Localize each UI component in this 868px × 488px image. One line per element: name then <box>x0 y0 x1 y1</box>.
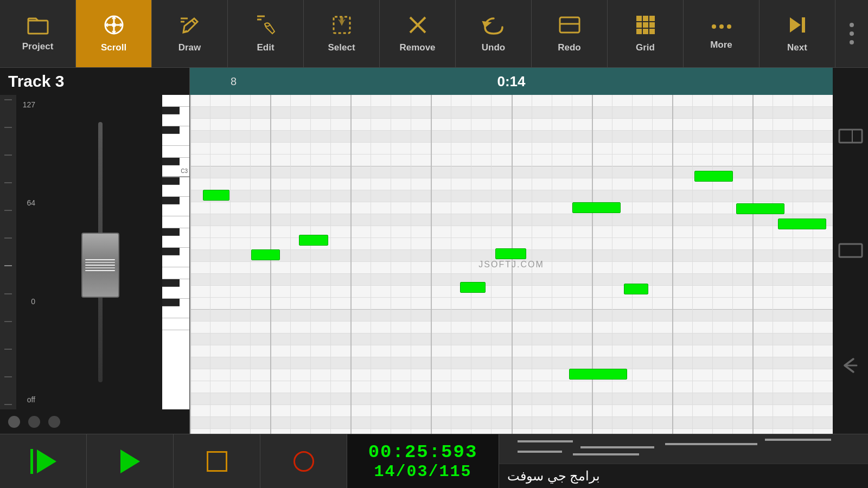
piano-key-white[interactable] <box>162 204 189 216</box>
skip-line <box>30 449 33 474</box>
midi-note[interactable] <box>299 235 328 246</box>
timecode-display: 00:25:593 14/03/115 <box>347 434 499 488</box>
mini-note <box>518 440 573 442</box>
select-icon <box>331 14 353 39</box>
svg-point-23 <box>727 24 731 29</box>
midi-note[interactable] <box>569 369 627 380</box>
fader-line <box>85 259 115 260</box>
piano-key-white[interactable] <box>162 255 189 267</box>
menu-button[interactable] <box>835 0 868 67</box>
scroll-button[interactable]: Scroll <box>76 0 152 67</box>
piano-key-black[interactable] <box>162 228 180 236</box>
midi-note[interactable] <box>736 203 784 214</box>
select-label: Select <box>328 42 355 53</box>
track-title: Track 3 <box>8 72 64 91</box>
redo-icon <box>558 14 582 39</box>
piano-key-black[interactable] <box>162 158 180 165</box>
grid-label: Grid <box>636 42 655 53</box>
c3-label: C3 <box>181 168 188 174</box>
svg-point-27 <box>850 40 854 44</box>
project-button[interactable]: Project <box>0 0 76 67</box>
svg-rect-17 <box>649 22 655 28</box>
midi-note[interactable] <box>203 190 230 201</box>
midi-note[interactable] <box>495 248 526 259</box>
midi-note[interactable] <box>460 282 486 293</box>
timecode-main: 00:25:593 <box>368 442 478 463</box>
midi-note[interactable] <box>624 284 648 294</box>
piano-roll: 8 0:14 JSOFTJ.COM <box>190 68 833 434</box>
expand-button[interactable] <box>835 121 865 151</box>
slider-mark <box>4 155 12 156</box>
minimize-button[interactable] <box>835 236 865 266</box>
left-panel: Track 3 127 64 0 <box>0 68 190 434</box>
piano-key-white[interactable] <box>162 267 189 279</box>
piano-key-white[interactable] <box>162 185 189 197</box>
svg-rect-29 <box>852 130 862 143</box>
piano-key-white[interactable] <box>162 236 189 248</box>
piano-key-c3[interactable]: C3 <box>162 165 189 177</box>
grid-button[interactable]: Grid <box>608 0 684 67</box>
piano-key-white[interactable] <box>162 114 189 126</box>
more-button[interactable]: More <box>684 0 760 67</box>
record-button[interactable] <box>260 434 347 488</box>
piano-key-black[interactable] <box>162 126 180 134</box>
piano-key-black[interactable] <box>162 177 180 185</box>
draw-button[interactable]: Draw <box>152 0 228 67</box>
dot-3 <box>48 416 60 428</box>
main-area: Track 3 127 64 0 <box>0 68 868 434</box>
remove-icon <box>407 14 429 39</box>
skip-play-button[interactable] <box>0 434 87 488</box>
redo-button[interactable]: Redo <box>532 0 608 67</box>
slider-mark <box>4 127 12 128</box>
piano-key-white[interactable] <box>162 318 189 330</box>
svg-rect-20 <box>649 29 655 34</box>
stop-button[interactable] <box>174 434 260 488</box>
slider-mark <box>4 321 12 322</box>
mini-note <box>665 443 757 445</box>
next-button[interactable]: Next <box>760 0 835 67</box>
svg-rect-16 <box>643 22 648 28</box>
fader-line <box>85 270 115 271</box>
piano-key-white[interactable] <box>162 146 189 158</box>
midi-note[interactable] <box>694 171 733 182</box>
more-label: More <box>710 40 732 50</box>
midi-note[interactable] <box>251 249 280 260</box>
undo-button[interactable]: Undo <box>456 0 532 67</box>
piano-key-black[interactable] <box>162 107 180 114</box>
piano-key-white[interactable] <box>162 306 189 318</box>
piano-key-black[interactable] <box>162 279 180 287</box>
fader-line <box>85 267 115 268</box>
redo-label: Redo <box>558 42 581 53</box>
piano-key-black[interactable] <box>162 197 180 204</box>
edit-button[interactable]: Edit <box>228 0 304 67</box>
slider-mark <box>4 404 12 405</box>
more-icon <box>710 17 733 36</box>
grid-area[interactable]: JSOFTJ.COM <box>190 95 833 434</box>
remove-button[interactable]: Remove <box>380 0 456 67</box>
scroll-icon <box>103 14 125 39</box>
piano-key-white[interactable] <box>162 216 189 228</box>
fader-container <box>38 95 162 409</box>
stop-icon <box>207 451 227 472</box>
mini-view: برامج جي سوفت <box>499 434 868 488</box>
midi-note[interactable] <box>778 219 826 229</box>
svg-rect-30 <box>839 244 862 257</box>
piano-key-black[interactable] <box>162 248 180 255</box>
piano-key-white[interactable] <box>162 134 189 146</box>
piano-key-white[interactable] <box>162 287 189 299</box>
piano-key-white[interactable] <box>162 95 189 107</box>
midi-note[interactable] <box>572 202 621 213</box>
piano-key-black[interactable] <box>162 299 180 306</box>
play-icon-skip <box>37 450 56 473</box>
track-header: Track 3 <box>0 68 189 95</box>
svg-rect-24 <box>802 17 805 33</box>
back-button[interactable] <box>835 351 865 381</box>
mini-note <box>765 439 831 441</box>
play-button[interactable] <box>87 434 174 488</box>
select-button[interactable]: Select <box>304 0 380 67</box>
grid-icon <box>635 14 656 39</box>
svg-point-22 <box>719 24 724 29</box>
fader-handle[interactable] <box>81 233 119 298</box>
scroll-label: Scroll <box>101 42 126 53</box>
mini-note <box>573 453 639 455</box>
